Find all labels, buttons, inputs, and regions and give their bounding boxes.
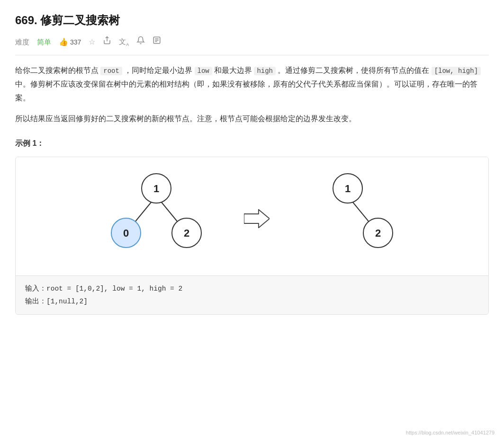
share-icon <box>103 36 111 48</box>
code-high: high <box>254 67 276 75</box>
note-icon <box>153 36 161 48</box>
example-title: 示例 1： <box>15 137 489 150</box>
page-container: 669. 修剪二叉搜索树 难度 简单 👍 337 ☆ 文A <box>0 0 504 443</box>
right-tree: 1 2 <box>290 167 413 271</box>
like-count: 337 <box>70 37 81 47</box>
diagram-area: 1 0 2 1 <box>16 157 488 275</box>
code-range: [low, high] <box>432 67 481 75</box>
like-button[interactable]: 👍 337 <box>59 36 81 48</box>
left-tree: 1 0 2 <box>91 167 224 271</box>
code-root: root <box>100 67 122 75</box>
translate-icon: 文A <box>119 36 129 48</box>
meta-row: 难度 简单 👍 337 ☆ 文A <box>15 36 489 55</box>
code-low: low <box>195 67 212 75</box>
watermark: https://blog.csdn.net/weixin_41041279 <box>406 429 495 437</box>
translate-button[interactable]: 文A <box>119 36 129 48</box>
page-title: 669. 修剪二叉搜索树 <box>15 11 489 29</box>
svg-marker-7 <box>244 210 270 228</box>
note-button[interactable] <box>153 36 161 48</box>
share-button[interactable] <box>103 36 111 48</box>
difficulty-label: 难度 <box>15 36 29 48</box>
bell-button[interactable] <box>136 36 145 48</box>
bell-icon <box>136 36 145 48</box>
right-arrow-svg <box>244 209 270 228</box>
arrow-right <box>243 209 271 228</box>
like-icon: 👍 <box>59 36 68 48</box>
input-line: 输入：root = [1,0,2], low = 1, high = 2 <box>25 283 479 295</box>
output-line: 输出：[1,null,2] <box>25 295 479 308</box>
description-para1: 给你二叉搜索树的根节点 root ，同时给定最小边界 low 和最大边界 hig… <box>15 64 489 105</box>
description-para2: 所以结果应当返回修剪好的二叉搜索树的新的根节点。注意，根节点可能会根据给定的边界… <box>15 112 489 126</box>
difficulty-value: 简单 <box>37 36 51 48</box>
code-block: 输入：root = [1,0,2], low = 1, high = 2 输出：… <box>16 275 488 314</box>
description: 给你二叉搜索树的根节点 root ，同时给定最小边界 low 和最大边界 hig… <box>15 64 489 126</box>
star-icon: ☆ <box>89 36 95 48</box>
star-button[interactable]: ☆ <box>89 36 95 48</box>
example-box: 1 0 2 1 <box>15 157 489 314</box>
